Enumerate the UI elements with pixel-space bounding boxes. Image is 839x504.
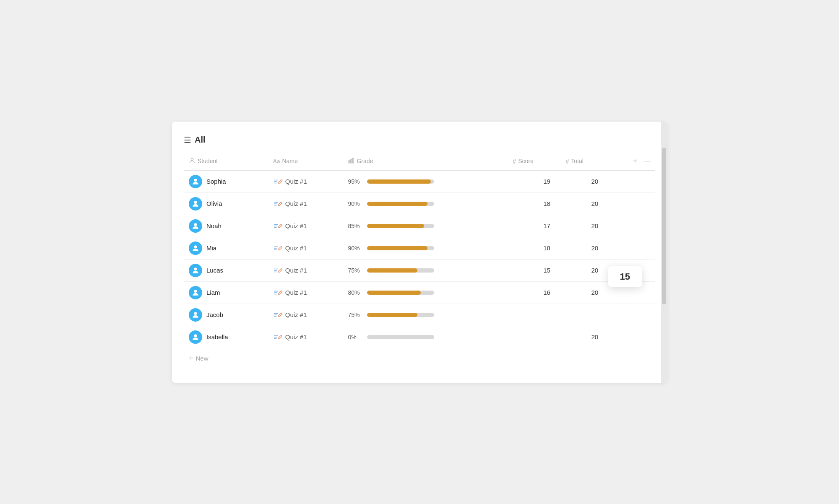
grade-bar-bg — [367, 224, 434, 228]
list-icon: ☰ — [184, 135, 191, 145]
percent-label: 90% — [348, 200, 363, 207]
row-actions — [608, 237, 655, 259]
svg-point-24 — [194, 290, 197, 293]
assignment-cell: Quiz #1 — [268, 304, 343, 326]
assignment-label: Quiz #1 — [285, 267, 307, 274]
tooltip-value: 15 — [620, 271, 630, 282]
score-hash-icon: # — [513, 158, 516, 165]
avatar-sophia — [189, 175, 202, 188]
avatar-noah — [189, 219, 202, 233]
more-options-button[interactable]: ··· — [644, 157, 650, 166]
grade-cell: 85% — [343, 215, 507, 237]
row-actions — [608, 215, 655, 237]
table-row: Mia Quiz #1 90% 1820 — [184, 237, 655, 259]
avatar-jacob — [189, 308, 202, 322]
grade-cell: 90% — [343, 192, 507, 215]
svg-rect-1 — [349, 161, 350, 163]
student-cell-isabella: Isabella — [184, 326, 268, 348]
grade-bar-bg — [367, 179, 434, 184]
total-cell: 20 — [560, 170, 608, 193]
grade-bar-bg — [367, 246, 434, 250]
assignment-icon — [273, 245, 283, 251]
col-score: # Score — [508, 153, 560, 170]
score-cell: 16 — [508, 281, 560, 304]
avatar-liam — [189, 286, 202, 299]
svg-point-8 — [194, 201, 197, 204]
percent-label: 80% — [348, 289, 363, 296]
student-cell-noah: Noah — [184, 215, 268, 237]
svg-point-12 — [194, 223, 197, 226]
grade-cell: 80% — [343, 281, 507, 304]
avatar-isabella — [189, 330, 202, 344]
grade-bar-fill — [367, 246, 427, 250]
total-cell: 20 — [560, 192, 608, 215]
assignment-cell: Quiz #1 — [268, 215, 343, 237]
assignment-cell: Quiz #1 — [268, 237, 343, 259]
student-cell-liam: Liam — [184, 281, 268, 304]
student-cell-sophia: Sophia — [184, 170, 268, 193]
new-button[interactable]: + New — [189, 354, 208, 363]
table-header-row: Student Aa Name — [184, 153, 655, 170]
total-cell: 20 — [560, 259, 608, 281]
student-name: Mia — [206, 244, 216, 252]
name-icon: Aa — [273, 158, 280, 164]
score-cell: 18 — [508, 237, 560, 259]
scrollbar[interactable] — [661, 122, 667, 383]
assignment-icon — [273, 290, 283, 296]
table-row: Isabella Quiz #1 0% 20 — [184, 326, 655, 348]
student-cell-jacob: Jacob — [184, 304, 268, 326]
main-card: ☰ All Student — [172, 122, 667, 383]
col-name: Aa Name — [268, 153, 343, 170]
grade-bar-bg — [367, 202, 434, 206]
assignment-icon — [273, 334, 283, 340]
assignment-icon — [273, 268, 283, 273]
new-plus-icon: + — [189, 354, 193, 363]
assignment-icon — [273, 223, 283, 229]
svg-rect-2 — [351, 159, 352, 163]
assignment-cell: Quiz #1 — [268, 170, 343, 193]
grade-cell: 75% — [343, 304, 507, 326]
total-cell — [560, 304, 608, 326]
table-row: Liam Quiz #1 80% 1620 — [184, 281, 655, 304]
grade-bar-fill — [367, 268, 417, 273]
student-name: Liam — [206, 289, 220, 296]
assignment-icon — [273, 312, 283, 318]
total-cell: 20 — [560, 281, 608, 304]
student-cell-lucas: Lucas — [184, 259, 268, 281]
assignment-label: Quiz #1 — [285, 244, 307, 252]
grade-bar-bg — [367, 335, 434, 339]
page-title: All — [195, 135, 206, 145]
grade-bar-fill — [367, 313, 417, 317]
assignment-cell: Quiz #1 — [268, 192, 343, 215]
col-total: # Total — [560, 153, 608, 170]
scrollbar-thumb — [662, 148, 666, 304]
avatar-mia — [189, 242, 202, 255]
assignment-icon — [273, 179, 283, 184]
svg-point-32 — [194, 334, 197, 337]
grade-bar-bg — [367, 268, 434, 273]
assignment-label: Quiz #1 — [285, 222, 307, 229]
row-actions — [608, 304, 655, 326]
score-cell — [508, 304, 560, 326]
total-cell: 20 — [560, 326, 608, 348]
score-cell — [508, 326, 560, 348]
percent-label: 95% — [348, 178, 363, 185]
percent-label: 0% — [348, 334, 363, 340]
student-cell-olivia: Olivia — [184, 192, 268, 215]
avatar-lucas — [189, 264, 202, 277]
header-row: ☰ All — [184, 135, 655, 145]
svg-point-0 — [191, 158, 193, 160]
svg-point-4 — [194, 179, 197, 182]
new-label: New — [196, 355, 208, 362]
add-column-button[interactable]: + — [633, 157, 637, 166]
grade-icon — [348, 157, 354, 165]
score-cell: 15 — [508, 259, 560, 281]
student-name: Isabella — [206, 333, 228, 340]
svg-rect-3 — [353, 158, 354, 163]
score-cell: 18 — [508, 192, 560, 215]
col-grade: Grade — [343, 153, 507, 170]
total-cell: 20 — [560, 215, 608, 237]
grade-cell: 90% — [343, 237, 507, 259]
new-row-container: + New — [184, 348, 655, 363]
student-icon — [189, 157, 195, 165]
